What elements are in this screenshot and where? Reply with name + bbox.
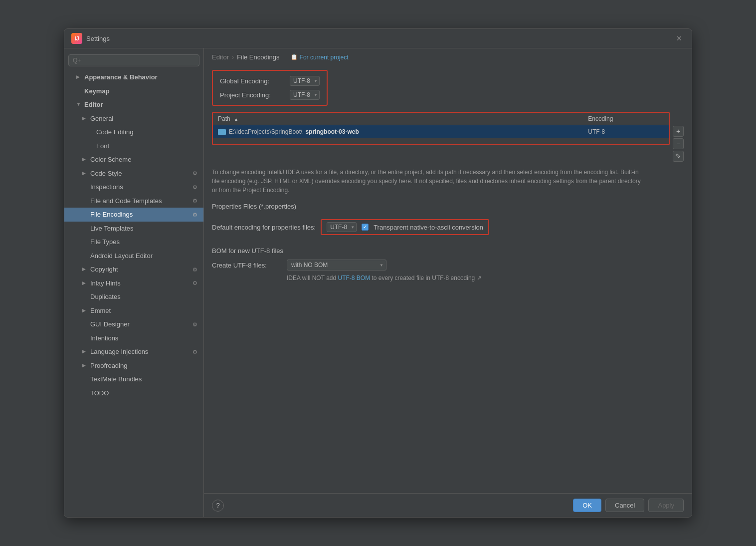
chevron-down-icon: ▼ <box>76 101 81 108</box>
sidebar-item-label: Copyright <box>90 265 118 274</box>
path-table-red-border: Path ▲ Encoding <box>212 112 670 145</box>
sidebar-item-editor[interactable]: ▼ Editor <box>64 98 203 112</box>
chevron-placeholder <box>82 225 87 232</box>
chevron-right-icon: ▶ <box>82 170 87 177</box>
chevron-placeholder <box>82 239 87 246</box>
apply-button[interactable]: Apply <box>648 499 684 512</box>
sidebar-item-copyright[interactable]: ▶ Copyright ⚙ <box>64 263 203 276</box>
sidebar-item-inlay-hints[interactable]: ▶ Inlay Hints ⚙ <box>64 276 203 290</box>
sidebar-item-label: File Types <box>90 237 120 247</box>
settings-icon: ⚙ <box>192 266 197 274</box>
table-row[interactable]: E:\IdeaProjects\SpringBoot\springboot-03… <box>213 125 669 139</box>
sidebar-item-android-layout[interactable]: Android Layout Editor <box>64 249 203 263</box>
breadcrumb-separator: › <box>232 53 234 61</box>
transparent-checkbox[interactable]: ✓ <box>362 224 369 231</box>
bom-hint-suffix: to every created file in UTF-8 encoding … <box>372 274 482 281</box>
folder-icon <box>218 129 226 135</box>
checkmark-icon: ✓ <box>363 225 367 230</box>
sidebar-item-todo[interactable]: TODO <box>64 386 203 400</box>
ok-button[interactable]: OK <box>573 499 601 512</box>
search-input[interactable] <box>68 54 199 66</box>
sidebar-item-label: TODO <box>90 388 109 398</box>
sidebar-item-code-style[interactable]: ▶ Code Style ⚙ <box>64 167 203 181</box>
sidebar-item-gui-designer[interactable]: GUI Designer ⚙ <box>64 317 203 331</box>
settings-icon: ⚙ <box>192 348 197 356</box>
dialog-title: Settings <box>86 35 110 42</box>
sidebar-item-label: Emmet <box>90 306 111 316</box>
sidebar-item-label: Language Injections <box>90 347 148 357</box>
global-encoding-select[interactable]: UTF-8 <box>290 76 320 86</box>
sidebar-item-label: Color Scheme <box>90 155 131 165</box>
cancel-button[interactable]: Cancel <box>605 499 644 512</box>
properties-encoding-select[interactable]: UTF-8 <box>327 222 357 232</box>
sidebar-item-textmate[interactable]: TextMate Bundles <box>64 372 203 386</box>
bom-create-label: Create UTF-8 files: <box>212 262 282 269</box>
sidebar-item-appearance[interactable]: ▶ Appearance & Behavior <box>64 70 203 84</box>
col-encoding-label: Encoding <box>588 115 613 122</box>
col-path-header[interactable]: Path ▲ <box>213 113 583 125</box>
sidebar-item-font[interactable]: Font <box>64 139 203 153</box>
sidebar-item-color-scheme[interactable]: ▶ Color Scheme <box>64 153 203 167</box>
sidebar-item-label: Code Editing <box>96 127 133 137</box>
sidebar-item-label: GUI Designer <box>90 319 130 329</box>
col-encoding-header[interactable]: Encoding <box>583 113 669 125</box>
sidebar-item-keymap[interactable]: Keymap <box>64 84 203 98</box>
sidebar-item-label: Editor <box>84 100 103 110</box>
sidebar-item-label: TextMate Bundles <box>90 374 142 384</box>
footer-buttons: OK Cancel Apply <box>573 499 684 512</box>
path-with-icon: E:\IdeaProjects\SpringBoot\springboot-03… <box>218 128 578 135</box>
bom-select[interactable]: with NO BOM with BOM <box>287 260 386 271</box>
chevron-placeholder <box>82 184 87 191</box>
chevron-right-icon: ▶ <box>82 156 87 163</box>
path-table-section: Path ▲ Encoding <box>212 112 684 162</box>
sidebar-item-proofreading[interactable]: ▶ Proofreading <box>64 359 203 373</box>
main-content: Editor › File Encodings 📋 For current pr… <box>204 48 692 517</box>
project-encoding-label: Project Encoding: <box>220 91 285 99</box>
project-encoding-select-wrapper: UTF-8 <box>290 90 320 100</box>
sidebar-item-language-injections[interactable]: ▶ Language Injections ⚙ <box>64 345 203 359</box>
chevron-placeholder <box>88 143 93 150</box>
chevron-placeholder <box>82 376 87 383</box>
chevron-right-icon: ▶ <box>82 115 87 122</box>
chevron-right-icon: ▶ <box>82 266 87 273</box>
sidebar-item-duplicates[interactable]: Duplicates <box>64 290 203 304</box>
bom-row: Create UTF-8 files: with NO BOM with BOM <box>212 260 684 271</box>
help-button[interactable]: ? <box>212 500 224 512</box>
sidebar-item-live-templates[interactable]: Live Templates <box>64 222 203 236</box>
bom-hint-link[interactable]: UTF-8 BOM <box>338 274 370 281</box>
global-encoding-select-wrapper: UTF-8 <box>290 76 320 86</box>
settings-icon: ⚙ <box>192 169 197 178</box>
project-icon: 📋 <box>291 54 298 60</box>
sidebar-item-file-templates[interactable]: File and Code Templates ⚙ <box>64 194 203 208</box>
project-encoding-select[interactable]: UTF-8 <box>290 90 320 100</box>
sidebar-item-intentions[interactable]: Intentions <box>64 331 203 345</box>
chevron-placeholder <box>82 253 87 260</box>
add-path-button[interactable]: + <box>673 126 684 137</box>
table-cell-path: E:\IdeaProjects\SpringBoot\springboot-03… <box>213 125 583 139</box>
col-path-label: Path <box>218 115 230 122</box>
path-bold: springboot-03-web <box>305 128 359 135</box>
sidebar-item-general[interactable]: ▶ General <box>64 112 203 126</box>
edit-path-button[interactable]: ✎ <box>673 151 684 162</box>
bom-select-wrapper: with NO BOM with BOM <box>287 260 386 271</box>
sidebar-item-code-editing[interactable]: Code Editing <box>64 125 203 139</box>
properties-section: Properties Files (*.properties) Default … <box>212 203 684 239</box>
table-cell-encoding: UTF-8 <box>583 125 669 139</box>
info-text: To change encoding IntelliJ IDEA uses fo… <box>212 168 641 195</box>
sidebar-item-inspections[interactable]: Inspections ⚙ <box>64 180 203 194</box>
remove-path-button[interactable]: − <box>673 138 684 149</box>
for-project-link[interactable]: 📋 For current project <box>291 54 349 61</box>
sidebar-item-file-encodings[interactable]: File Encodings ⚙ <box>64 208 203 222</box>
sidebar-item-label: Appearance & Behavior <box>84 72 158 82</box>
sidebar-item-file-types[interactable]: File Types <box>64 235 203 249</box>
default-encoding-row: Default encoding for properties files: U… <box>212 215 684 239</box>
close-button[interactable]: × <box>673 33 685 44</box>
chevron-placeholder <box>82 293 87 300</box>
breadcrumb-current: File Encodings <box>237 53 279 61</box>
bom-hint-prefix: IDEA will NOT add <box>287 274 338 281</box>
bom-section: BOM for new UTF-8 files Create UTF-8 fil… <box>212 247 684 281</box>
title-bar-left: IJ Settings <box>71 33 110 44</box>
settings-icon: ⚙ <box>192 279 197 287</box>
sidebar-item-emmet[interactable]: ▶ Emmet <box>64 304 203 318</box>
app-icon: IJ <box>71 33 82 44</box>
